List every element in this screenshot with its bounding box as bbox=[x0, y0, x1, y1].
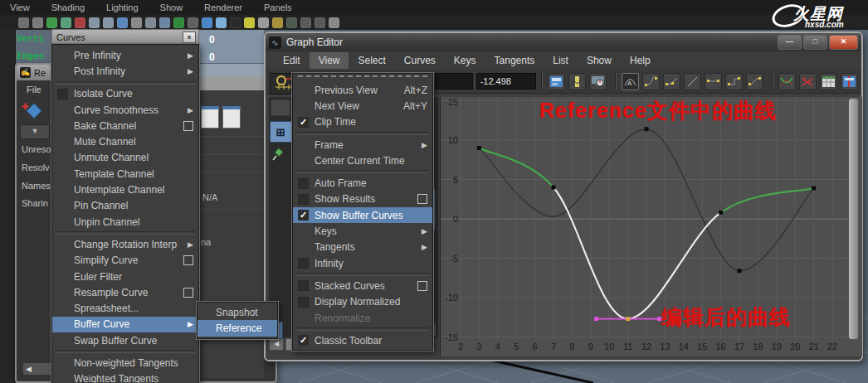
menu-item-spreadsheet[interactable]: Spreadsheet... bbox=[52, 300, 198, 316]
menu-item-pre-infinity[interactable]: Pre Infinity▶ bbox=[52, 47, 198, 63]
menu-item-resample-curve[interactable]: Resample Curve bbox=[52, 284, 198, 300]
ge-menu-show[interactable]: Show bbox=[578, 52, 621, 69]
menu-item-infinity[interactable]: Infinity bbox=[293, 255, 432, 271]
menu-item-unmute-channel[interactable]: Unmute Channel bbox=[52, 150, 198, 166]
text-tool-icon[interactable] bbox=[173, 17, 184, 28]
scroll-left-icon[interactable]: ◀ bbox=[269, 338, 284, 351]
ge-menu-help[interactable]: Help bbox=[621, 52, 660, 69]
option-box-icon[interactable] bbox=[183, 288, 193, 298]
menu-item-change-rotation-interp[interactable]: Change Rotation Interp▶ bbox=[52, 236, 198, 252]
maya-menu-show[interactable]: Show bbox=[160, 2, 183, 12]
linear-tangent-icon[interactable] bbox=[684, 73, 701, 90]
curves-menu-titlebar[interactable]: Curves x bbox=[51, 29, 199, 44]
checker-sphere-icon[interactable] bbox=[230, 17, 241, 28]
pin-icon[interactable] bbox=[272, 148, 285, 164]
step-tangent-icon[interactable] bbox=[725, 73, 743, 90]
menu-item-mute-channel[interactable]: Mute Channel bbox=[52, 133, 198, 149]
menu-item-pin-channel[interactable]: Pin Channel bbox=[52, 198, 198, 214]
frame-playback-range-icon[interactable] bbox=[548, 73, 565, 90]
create-reference-icon[interactable]: ✚ bbox=[22, 101, 46, 119]
reference-doc2-icon[interactable] bbox=[222, 106, 241, 128]
reference-doc-icon[interactable] bbox=[201, 106, 219, 128]
menu-item-untemplate-channel[interactable]: Untemplate Channel bbox=[52, 182, 198, 197]
option-box-icon[interactable] bbox=[417, 281, 427, 291]
close-button[interactable]: ✕ bbox=[829, 35, 858, 50]
marquee-select-icon[interactable] bbox=[286, 17, 297, 28]
graph-vscrollbar[interactable] bbox=[848, 98, 859, 340]
menu-item-center-current-time[interactable]: Center Current Time bbox=[293, 153, 432, 168]
menu-item-buffer-curve[interactable]: Buffer Curve▶ bbox=[52, 317, 198, 332]
duplicate-icon[interactable] bbox=[315, 17, 325, 28]
maya-menu-lighting[interactable]: Lighting bbox=[106, 2, 139, 12]
menu-item-stacked-curves[interactable]: Stacked Curves bbox=[293, 278, 432, 293]
ge-menu-select[interactable]: Select bbox=[349, 52, 394, 69]
menu-item-keys[interactable]: Keys▶ bbox=[293, 223, 432, 239]
movie-icon[interactable] bbox=[159, 17, 170, 28]
buffer-snapshot-icon[interactable] bbox=[778, 73, 796, 90]
share-nodes-icon[interactable] bbox=[329, 17, 339, 28]
menu-item-euler-filter[interactable]: Euler Filter bbox=[52, 269, 198, 284]
option-box-icon[interactable] bbox=[183, 121, 193, 131]
menu-item-previous-view[interactable]: Previous ViewAlt+Z bbox=[293, 82, 432, 98]
menu-item-bake-channel[interactable]: Bake Channel bbox=[52, 118, 198, 133]
menu-item-reference[interactable]: Reference bbox=[197, 320, 277, 336]
frame-all-icon[interactable] bbox=[841, 73, 858, 90]
sphere-icon[interactable] bbox=[117, 17, 128, 28]
menu-tearoff-handle[interactable] bbox=[298, 75, 427, 81]
ge-menu-view[interactable]: View bbox=[310, 52, 349, 69]
gray-sphere-icon[interactable] bbox=[258, 17, 269, 28]
ge-menu-list[interactable]: List bbox=[544, 52, 578, 69]
value-field[interactable]: -12.498 bbox=[476, 73, 536, 90]
time-field[interactable] bbox=[435, 73, 473, 90]
dome-icon[interactable] bbox=[131, 17, 142, 28]
menu-item-swap-buffer-curve[interactable]: Swap Buffer Curve bbox=[52, 332, 198, 348]
menu-item-display-normalized[interactable]: Display Normalized bbox=[293, 294, 432, 310]
ge-menu-edit[interactable]: Edit bbox=[274, 52, 310, 69]
blue-cube-icon[interactable] bbox=[202, 17, 212, 28]
clamped-tangent-icon[interactable] bbox=[663, 73, 680, 90]
reference-filter-dropdown[interactable]: ▼ bbox=[20, 124, 50, 139]
poly-count-icon[interactable] bbox=[46, 17, 57, 28]
menu-item-simplify-curve[interactable]: Simplify Curve bbox=[52, 253, 198, 269]
menu-item-unpin-channel[interactable]: Unpin Channel bbox=[52, 214, 198, 230]
option-box-icon[interactable] bbox=[417, 194, 427, 204]
minimize-button[interactable]: — bbox=[778, 35, 802, 50]
cube-outline-icon[interactable] bbox=[300, 17, 311, 28]
roof-surface-icon[interactable] bbox=[89, 17, 100, 28]
close-icon[interactable]: x bbox=[183, 32, 196, 43]
gold-sphere-icon[interactable] bbox=[272, 17, 283, 28]
menu-item-show-results[interactable]: Show Results bbox=[293, 192, 432, 207]
menu-item-clip-time[interactable]: ✓Clip Time bbox=[293, 114, 432, 130]
spreadsheet-icon[interactable] bbox=[820, 73, 837, 90]
wire-cube-icon[interactable] bbox=[188, 17, 198, 28]
option-box-icon[interactable] bbox=[183, 255, 193, 265]
menu-item-curve-smoothness[interactable]: Curve Smoothness▶ bbox=[52, 102, 198, 118]
swap-buffer-icon[interactable] bbox=[799, 73, 817, 90]
menu-item-isolate-curve[interactable]: Isolate Curve bbox=[52, 86, 198, 102]
menu-item-snapshot[interactable]: Snapshot bbox=[197, 304, 277, 320]
time-snap-icon[interactable] bbox=[589, 73, 607, 90]
maya-menu-view[interactable]: View bbox=[10, 2, 30, 12]
menu-item-frame[interactable]: Frame▶ bbox=[293, 137, 432, 153]
flat-tangent-icon[interactable] bbox=[705, 73, 722, 90]
expand-all-icon[interactable]: ⊞ bbox=[276, 126, 285, 138]
ge-menu-tangents[interactable]: Tangents bbox=[485, 52, 544, 69]
camera-settings-icon[interactable] bbox=[32, 17, 43, 28]
center-current-time-icon[interactable] bbox=[568, 73, 586, 90]
menu-item-classic-toolbar[interactable]: ✓Classic Toolbar bbox=[293, 332, 432, 348]
graph-editor-titlebar[interactable]: ∿ Graph Editor — □ ✕ bbox=[266, 33, 861, 52]
menu-item-auto-frame[interactable]: Auto Frame bbox=[293, 175, 432, 191]
fence-surface-icon[interactable] bbox=[103, 17, 114, 28]
pivot-snap-icon[interactable] bbox=[75, 17, 85, 28]
menu-item-template-channel[interactable]: Template Channel bbox=[52, 166, 198, 182]
envelope-icon[interactable] bbox=[145, 17, 156, 28]
graph-plot-area[interactable]: 151050-5-10-1523456789101112131415161718… bbox=[440, 97, 862, 356]
spline-tangent-icon[interactable] bbox=[642, 73, 660, 90]
ge-menu-keys[interactable]: Keys bbox=[445, 52, 485, 69]
menu-item-next-view[interactable]: Next ViewAlt+Y bbox=[293, 98, 432, 114]
smooth-curve-icon[interactable] bbox=[61, 17, 71, 28]
ice-cube-icon[interactable] bbox=[216, 17, 227, 28]
maya-menu-panels[interactable]: Panels bbox=[264, 2, 292, 12]
menu-item-weighted-tangents[interactable]: Weighted Tangents bbox=[52, 371, 198, 383]
maya-menu-shading[interactable]: Shading bbox=[51, 2, 85, 12]
